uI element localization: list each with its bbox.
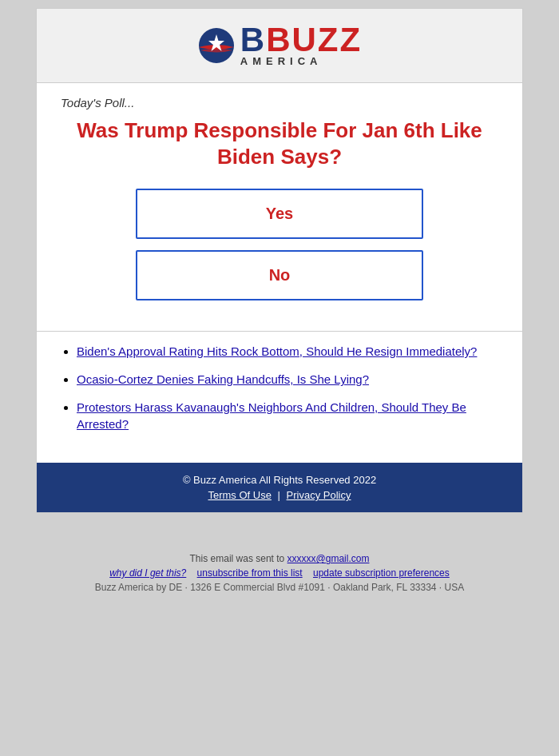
logo-b: B — [240, 21, 266, 58]
poll-section: Today's Poll... Was Trump Responsible Fo… — [37, 83, 522, 332]
logo-section: BBUZZ AMERICA — [37, 9, 522, 83]
footer-section: © Buzz America All Rights Reserved 2022 … — [37, 463, 522, 512]
news-section: Biden's Approval Rating Hits Rock Bottom… — [37, 332, 522, 463]
news-link-1[interactable]: Biden's Approval Rating Hits Rock Bottom… — [77, 344, 477, 358]
privacy-link[interactable]: Privacy Policy — [287, 489, 351, 501]
list-item: Ocasio-Cortez Denies Faking Handcuffs, I… — [77, 371, 498, 388]
logo-buzz-text: BBUZZ — [240, 23, 362, 57]
buzz-logo-icon — [197, 26, 236, 65]
terms-link[interactable]: Terms Of Use — [208, 489, 271, 501]
yes-button[interactable]: Yes — [136, 189, 423, 239]
footer-separator: | — [278, 489, 280, 501]
bottom-links-line: why did I get this? unsubscribe from thi… — [8, 567, 551, 579]
logo-america-text: AMERICA — [240, 55, 323, 67]
news-list: Biden's Approval Rating Hits Rock Bottom… — [61, 343, 498, 432]
sent-text: This email was sent to — [190, 553, 285, 564]
bottom-area: This email was sent to xxxxxx@gmail.com … — [0, 529, 559, 601]
address-line: Buzz America by DE · 1326 E Commercial B… — [8, 582, 551, 593]
unsubscribe-link[interactable]: unsubscribe from this list — [197, 567, 303, 579]
logo-wrapper: BBUZZ AMERICA — [197, 23, 362, 67]
news-link-2[interactable]: Ocasio-Cortez Denies Faking Handcuffs, I… — [77, 372, 369, 386]
poll-question: Was Trump Responsible For Jan 6th Like B… — [61, 117, 498, 172]
logo-text-block: BBUZZ AMERICA — [240, 23, 362, 67]
sent-to-line: This email was sent to xxxxxx@gmail.com — [8, 553, 551, 564]
why-link[interactable]: why did I get this? — [109, 567, 186, 579]
update-link[interactable]: update subscription preferences — [313, 567, 450, 579]
no-button[interactable]: No — [136, 250, 423, 300]
list-item: Biden's Approval Rating Hits Rock Bottom… — [77, 343, 498, 360]
page-wrapper: BBUZZ AMERICA Today's Poll... Was Trump … — [0, 0, 559, 756]
list-item: Protestors Harass Kavanaugh's Neighbors … — [77, 399, 498, 432]
footer-links: Terms Of Use | Privacy Policy — [45, 489, 514, 501]
sent-to-email[interactable]: xxxxxx@gmail.com — [287, 553, 370, 564]
logo-uzz: BUZZ — [266, 21, 362, 58]
email-container: BBUZZ AMERICA Today's Poll... Was Trump … — [36, 8, 523, 513]
poll-label: Today's Poll... — [61, 96, 498, 109]
news-link-3[interactable]: Protestors Harass Kavanaugh's Neighbors … — [77, 400, 466, 431]
copyright-text: © Buzz America All Rights Reserved 2022 — [45, 474, 514, 486]
